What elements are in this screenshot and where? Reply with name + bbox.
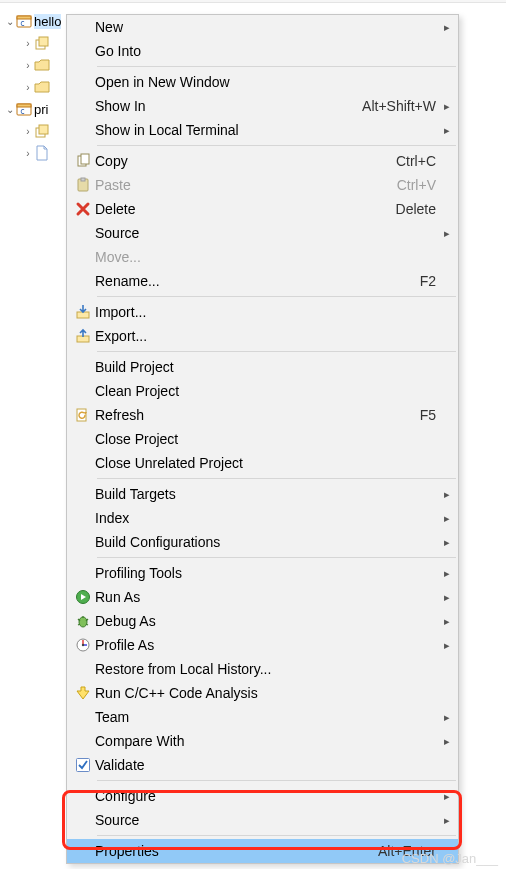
menu-item-label: Build Targets	[95, 486, 436, 502]
menu-item-label: New	[95, 19, 436, 35]
stack-icon	[34, 35, 50, 51]
menu-item-label: Open in New Window	[95, 74, 436, 90]
menu-item-label: Run As	[95, 589, 436, 605]
menu-item-source[interactable]: Source▸	[67, 808, 458, 832]
menu-item-label: Source	[95, 812, 436, 828]
expand-arrow-open-icon[interactable]: ⌄	[4, 16, 16, 27]
menu-item-build-targets[interactable]: Build Targets▸	[67, 482, 458, 506]
menu-item-open-in-new-window[interactable]: Open in New Window	[67, 70, 458, 94]
delete-icon	[71, 201, 95, 217]
menu-item-debug-as[interactable]: Debug As▸	[67, 609, 458, 633]
menu-item-label: Debug As	[95, 613, 436, 629]
menu-item-export[interactable]: Export...	[67, 324, 458, 348]
submenu-arrow-icon: ▸	[436, 814, 450, 827]
svg-point-20	[82, 644, 84, 646]
menu-item-accelerator: Ctrl+V	[397, 177, 436, 193]
menu-item-run-as[interactable]: Run As▸	[67, 585, 458, 609]
svg-rect-11	[81, 154, 89, 164]
file-icon	[34, 145, 50, 161]
menu-item-accelerator: Alt+Shift+W	[362, 98, 436, 114]
menu-separator	[97, 66, 456, 67]
folder-icon	[34, 57, 50, 73]
menu-item-move: Move...	[67, 245, 458, 269]
menu-item-validate[interactable]: Validate	[67, 753, 458, 777]
menu-item-label: Paste	[95, 177, 397, 193]
menu-item-build-project[interactable]: Build Project	[67, 355, 458, 379]
submenu-arrow-icon: ▸	[436, 227, 450, 240]
run-icon	[71, 589, 95, 605]
svg-text:c: c	[20, 19, 25, 28]
menu-item-properties[interactable]: PropertiesAlt+Enter	[67, 839, 458, 863]
menu-item-label: Delete	[95, 201, 396, 217]
menu-item-index[interactable]: Index▸	[67, 506, 458, 530]
menu-item-show-in-local-terminal[interactable]: Show in Local Terminal▸	[67, 118, 458, 142]
menu-item-label: Build Project	[95, 359, 436, 375]
menu-item-label: Configure	[95, 788, 436, 804]
copy-icon	[71, 153, 95, 169]
menu-item-label: Profiling Tools	[95, 565, 436, 581]
expand-arrow-closed-icon[interactable]: ›	[22, 60, 34, 71]
menu-item-build-configurations[interactable]: Build Configurations▸	[67, 530, 458, 554]
expand-arrow-closed-icon[interactable]: ›	[22, 126, 34, 137]
expand-arrow-closed-icon[interactable]: ›	[22, 82, 34, 93]
menu-item-label: Run C/C++ Code Analysis	[95, 685, 436, 701]
submenu-arrow-icon: ▸	[436, 536, 450, 549]
menu-item-new[interactable]: New▸	[67, 15, 458, 39]
check-icon	[71, 757, 95, 773]
analysis-icon	[71, 685, 95, 701]
menu-item-import[interactable]: Import...	[67, 300, 458, 324]
menu-item-label: Build Configurations	[95, 534, 436, 550]
menu-item-label: Close Unrelated Project	[95, 455, 436, 471]
debug-icon	[71, 613, 95, 629]
menu-item-profile-as[interactable]: Profile As▸	[67, 633, 458, 657]
menu-item-configure[interactable]: Configure▸	[67, 784, 458, 808]
submenu-arrow-icon: ▸	[436, 100, 450, 113]
menu-item-delete[interactable]: DeleteDelete	[67, 197, 458, 221]
menu-separator	[97, 351, 456, 352]
submenu-arrow-icon: ▸	[436, 567, 450, 580]
menu-separator	[97, 780, 456, 781]
submenu-arrow-icon: ▸	[436, 790, 450, 803]
menu-item-run-c-c-code-analysis[interactable]: Run C/C++ Code Analysis	[67, 681, 458, 705]
menu-item-label: Team	[95, 709, 436, 725]
submenu-arrow-icon: ▸	[436, 711, 450, 724]
menu-item-label: Close Project	[95, 431, 436, 447]
refresh-icon	[71, 407, 95, 423]
menu-item-profiling-tools[interactable]: Profiling Tools▸	[67, 561, 458, 585]
menu-item-accelerator: Ctrl+C	[396, 153, 436, 169]
expand-arrow-closed-icon[interactable]: ›	[22, 148, 34, 159]
menu-item-clean-project[interactable]: Clean Project	[67, 379, 458, 403]
menu-item-rename[interactable]: Rename...F2	[67, 269, 458, 293]
menu-item-show-in[interactable]: Show InAlt+Shift+W▸	[67, 94, 458, 118]
expand-arrow-open-icon[interactable]: ⌄	[4, 104, 16, 115]
menu-item-label: Go Into	[95, 43, 436, 59]
expand-arrow-closed-icon[interactable]: ›	[22, 38, 34, 49]
menu-separator	[97, 145, 456, 146]
menu-item-close-unrelated-project[interactable]: Close Unrelated Project	[67, 451, 458, 475]
menu-item-refresh[interactable]: RefreshF5	[67, 403, 458, 427]
menu-item-close-project[interactable]: Close Project	[67, 427, 458, 451]
tree-item-label: pri	[34, 102, 48, 117]
c-project-icon: c	[16, 13, 32, 29]
menu-item-label: Rename...	[95, 273, 420, 289]
svg-point-18	[79, 617, 87, 627]
menu-item-restore-from-local-history[interactable]: Restore from Local History...	[67, 657, 458, 681]
menu-item-label: Show In	[95, 98, 362, 114]
menu-separator	[97, 296, 456, 297]
svg-rect-21	[77, 759, 90, 772]
menu-item-team[interactable]: Team▸	[67, 705, 458, 729]
svg-rect-13	[81, 178, 85, 181]
menu-item-accelerator: F2	[420, 273, 436, 289]
menu-item-accelerator: F5	[420, 407, 436, 423]
menu-item-copy[interactable]: CopyCtrl+C	[67, 149, 458, 173]
menu-item-compare-with[interactable]: Compare With▸	[67, 729, 458, 753]
menu-item-go-into[interactable]: Go Into	[67, 39, 458, 63]
menu-item-source[interactable]: Source▸	[67, 221, 458, 245]
menu-item-label: Source	[95, 225, 436, 241]
svg-text:c: c	[20, 107, 25, 116]
context-menu: New▸Go IntoOpen in New WindowShow InAlt+…	[66, 14, 459, 864]
menu-separator	[97, 835, 456, 836]
menu-item-accelerator: Alt+Enter	[378, 843, 436, 859]
menu-item-label: Properties	[95, 843, 378, 859]
menu-item-label: Move...	[95, 249, 436, 265]
